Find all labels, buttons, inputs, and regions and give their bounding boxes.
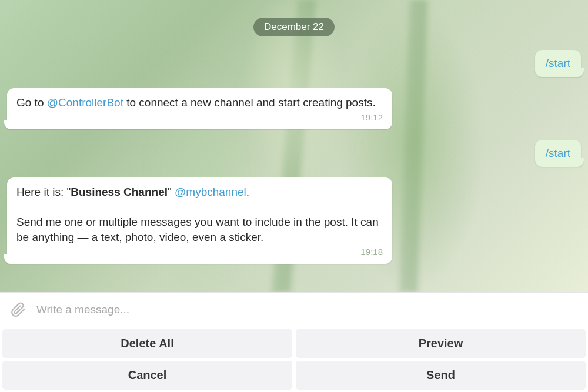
outgoing-message[interactable]: /start: [535, 50, 581, 77]
send-button[interactable]: Send: [296, 361, 586, 390]
input-bar: [0, 292, 588, 326]
message-time: 19:12: [360, 112, 383, 123]
bot-keyboard: Delete All Preview Cancel Send: [0, 326, 588, 390]
date-badge: December 22: [253, 18, 335, 36]
message-time: 19:18: [360, 246, 383, 258]
chat-area: December 22 /start Go to @ControllerBot …: [0, 0, 588, 292]
outgoing-message[interactable]: /start: [535, 140, 581, 167]
attach-icon[interactable]: [11, 302, 26, 317]
incoming-message[interactable]: Here it is: "Business Channel" @mybchann…: [7, 177, 392, 264]
message-input[interactable]: [36, 303, 582, 316]
mention[interactable]: @ControllerBot: [47, 96, 123, 109]
mention[interactable]: @mybchannel: [175, 186, 246, 198]
delete-all-button[interactable]: Delete All: [2, 329, 292, 358]
message-text: /start: [546, 57, 570, 69]
cancel-button[interactable]: Cancel: [2, 361, 292, 390]
message-text: Here it is: "Business Channel" @mybchann…: [16, 185, 383, 245]
message-text: /start: [546, 147, 570, 159]
message-text: Go to @ControllerBot to connect a new ch…: [16, 96, 376, 109]
incoming-message[interactable]: Go to @ControllerBot to connect a new ch…: [7, 88, 392, 129]
preview-button[interactable]: Preview: [296, 329, 586, 358]
